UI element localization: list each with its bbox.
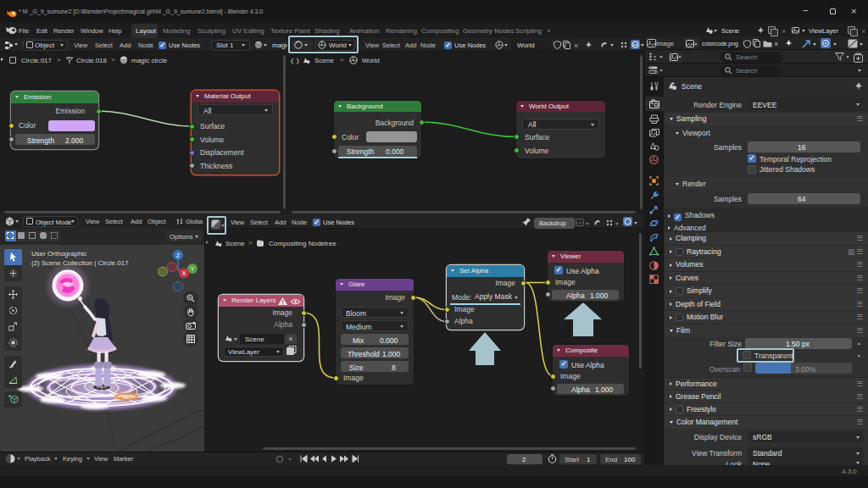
svg-text:X: X [181, 269, 186, 277]
svg-text:Z: Z [176, 252, 181, 259]
svg-text:Y: Y [190, 265, 194, 273]
